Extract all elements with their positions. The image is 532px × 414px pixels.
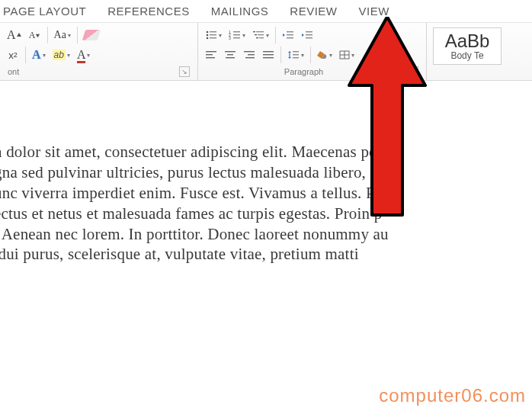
align-left-icon [206,50,216,59]
chevron-down-icon: ▾ [67,52,70,59]
svg-point-2 [207,34,209,37]
font-dialog-launcher[interactable]: ↘ [179,66,190,77]
svg-rect-1 [210,31,216,32]
superscript-button[interactable]: x2 [5,46,21,64]
tab-mailings[interactable]: MAILINGS [211,5,269,18]
clear-formatting-button[interactable] [82,26,101,44]
tab-review[interactable]: REVIEW [290,5,337,18]
align-center-button[interactable] [222,46,239,64]
justify-button[interactable] [260,46,277,64]
multilevel-list-button[interactable]: ▾ [250,26,271,44]
styles-group: AaBb Body Te [427,23,532,80]
svg-rect-39 [293,57,299,58]
svg-rect-11 [233,37,240,38]
document-line: n dolor sit amet, consectetuer adipiscin… [0,142,532,162]
svg-rect-21 [306,31,312,32]
svg-rect-14 [255,34,257,35]
document-line: dui purus, scelerisque at, vulputate vit… [0,244,532,265]
separator [47,27,48,43]
svg-rect-34 [263,54,274,55]
svg-point-0 [207,31,209,34]
font-color-button[interactable]: A ▾ [75,46,93,64]
chevron-down-icon: ▾ [242,32,245,39]
svg-rect-13 [256,31,264,32]
paragraph-dialog-launcher[interactable]: ↘ [408,66,418,77]
svg-rect-26 [206,57,215,58]
svg-rect-42 [345,51,345,59]
numbering-icon: 123 [229,30,241,40]
shrink-font-icon: A [29,30,36,41]
align-right-icon [244,50,255,59]
chevron-down-icon: ▾ [43,52,46,59]
highlight-button[interactable]: ab ▾ [50,46,72,64]
svg-rect-15 [258,34,264,35]
eraser-icon [82,30,101,40]
increase-indent-button[interactable] [299,26,316,44]
svg-rect-31 [248,54,255,55]
style-body-text[interactable]: AaBb Body Te [433,27,502,65]
chevron-down-icon: ▾ [266,32,269,39]
paragraph-group: ▾ 123 ▾ ▾ [198,23,427,80]
change-case-button[interactable]: Aa ▾ [52,26,73,44]
decrease-indent-button[interactable] [280,26,296,44]
text-effects-icon: A [32,48,41,62]
shading-button[interactable]: ▾ [315,46,335,64]
svg-rect-25 [206,54,213,55]
svg-rect-37 [293,51,299,52]
svg-rect-35 [263,57,274,58]
grow-font-button[interactable]: A [5,26,24,44]
separator [280,47,281,63]
svg-rect-23 [306,37,312,38]
svg-rect-24 [206,51,216,52]
document-area[interactable]: n dolor sit amet, consectetuer adipiscin… [0,81,532,265]
shrink-font-button[interactable]: A [27,26,43,44]
svg-rect-29 [226,57,235,58]
increase-icon [16,32,22,38]
svg-rect-18 [287,31,293,32]
svg-rect-33 [263,51,274,52]
separator [275,27,276,43]
style-sample: AaBb [441,30,493,52]
svg-rect-12 [253,31,255,32]
svg-rect-20 [287,37,293,38]
separator [77,27,78,43]
chevron-down-icon: ▾ [68,32,71,39]
tab-references[interactable]: REFERENCES [107,5,190,18]
ribbon-tab-strip: PAGE LAYOUT REFERENCES MAILINGS REVIEW V… [0,0,532,23]
highlight-icon: ab [53,50,66,60]
shading-icon [317,50,328,59]
document-line: unc viverra imperdiet enim. Fusce est. V… [0,183,532,204]
chevron-down-icon: ▾ [301,52,304,59]
borders-button[interactable]: ▾ [337,46,357,64]
line-spacing-button[interactable]: ▾ [285,46,306,64]
separator [25,47,26,63]
svg-rect-9 [233,34,240,35]
decrease-indent-icon [282,30,294,40]
font-group: A A Aa ▾ x2 [0,23,198,80]
change-case-icon: Aa [54,29,66,41]
numbering-button[interactable]: 123 ▾ [226,26,248,44]
svg-rect-28 [227,54,233,55]
svg-rect-17 [259,37,264,38]
svg-rect-30 [244,51,255,52]
paragraph-group-label: Paragraph [206,67,402,76]
document-line: ectus et netus et malesuada fames ac tur… [0,204,532,224]
svg-rect-16 [256,37,258,38]
decrease-icon [35,33,40,38]
ribbon: A A Aa ▾ x2 [0,23,532,81]
tab-view[interactable]: VIEW [359,5,389,18]
text-effects-button[interactable]: A ▾ [30,46,48,64]
style-name-label: Body Te [441,50,493,61]
svg-rect-32 [245,57,255,58]
align-left-button[interactable] [203,46,220,64]
chevron-down-icon: ▾ [219,32,222,39]
svg-text:3: 3 [229,36,231,40]
align-center-icon [225,50,236,59]
justify-icon [263,50,274,59]
align-right-button[interactable] [241,46,258,64]
tab-page-layout[interactable]: PAGE LAYOUT [3,5,86,18]
increase-indent-icon [301,30,313,40]
svg-rect-27 [225,51,236,52]
bullets-button[interactable]: ▾ [203,26,224,44]
superscript-2: 2 [14,51,18,59]
